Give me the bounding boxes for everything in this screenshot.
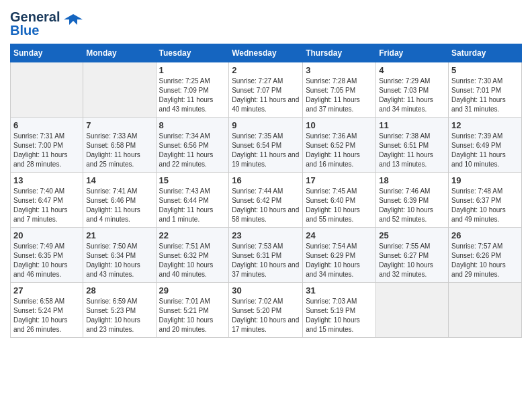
day-info: Sunrise: 7:46 AMSunset: 6:39 PMDaylight:… <box>379 187 445 224</box>
calendar-cell: 16Sunrise: 7:44 AMSunset: 6:42 PMDayligh… <box>229 173 303 228</box>
day-info: Sunrise: 7:38 AMSunset: 6:51 PMDaylight:… <box>379 132 445 169</box>
day-info: Sunrise: 7:44 AMSunset: 6:42 PMDaylight:… <box>232 187 300 224</box>
calendar-cell: 6Sunrise: 7:31 AMSunset: 7:00 PMDaylight… <box>11 118 83 173</box>
day-number: 6 <box>13 120 80 130</box>
header: General Blue <box>10 10 522 37</box>
day-number: 10 <box>306 120 373 130</box>
week-row-5: 27Sunrise: 6:58 AMSunset: 5:24 PMDayligh… <box>11 283 522 338</box>
calendar-cell: 14Sunrise: 7:41 AMSunset: 6:46 PMDayligh… <box>83 173 156 228</box>
calendar-cell: 8Sunrise: 7:34 AMSunset: 6:56 PMDaylight… <box>156 118 229 173</box>
day-header-tuesday: Tuesday <box>156 44 229 62</box>
day-header-monday: Monday <box>83 44 156 62</box>
day-number: 8 <box>159 120 226 130</box>
header-row: SundayMondayTuesdayWednesdayThursdayFrid… <box>11 44 522 62</box>
calendar-cell <box>83 62 156 118</box>
day-header-friday: Friday <box>376 44 449 62</box>
week-row-1: 1Sunrise: 7:25 AMSunset: 7:09 PMDaylight… <box>11 62 522 118</box>
day-number: 5 <box>451 65 519 75</box>
day-number: 18 <box>379 175 445 185</box>
day-info: Sunrise: 7:03 AMSunset: 5:19 PMDaylight:… <box>306 297 373 334</box>
calendar-cell <box>376 283 449 338</box>
calendar-cell: 10Sunrise: 7:36 AMSunset: 6:52 PMDayligh… <box>303 118 376 173</box>
day-info: Sunrise: 7:39 AMSunset: 6:49 PMDaylight:… <box>451 132 519 169</box>
day-number: 28 <box>86 285 152 295</box>
day-header-sunday: Sunday <box>11 44 83 62</box>
day-info: Sunrise: 6:59 AMSunset: 5:23 PMDaylight:… <box>86 297 152 334</box>
day-number: 31 <box>306 285 373 295</box>
day-info: Sunrise: 7:55 AMSunset: 6:27 PMDaylight:… <box>379 242 445 279</box>
calendar-cell: 30Sunrise: 7:02 AMSunset: 5:20 PMDayligh… <box>229 283 303 338</box>
day-info: Sunrise: 7:28 AMSunset: 7:05 PMDaylight:… <box>306 77 373 114</box>
day-info: Sunrise: 7:34 AMSunset: 6:56 PMDaylight:… <box>159 132 226 169</box>
day-number: 20 <box>13 230 80 240</box>
day-number: 4 <box>379 65 445 75</box>
day-info: Sunrise: 6:58 AMSunset: 5:24 PMDaylight:… <box>13 297 80 334</box>
day-number: 29 <box>159 285 226 295</box>
day-number: 2 <box>232 65 300 75</box>
day-number: 30 <box>232 285 300 295</box>
day-info: Sunrise: 7:29 AMSunset: 7:03 PMDaylight:… <box>379 77 445 114</box>
calendar-cell: 20Sunrise: 7:49 AMSunset: 6:35 PMDayligh… <box>11 228 83 283</box>
day-info: Sunrise: 7:49 AMSunset: 6:35 PMDaylight:… <box>13 242 80 279</box>
day-number: 9 <box>232 120 300 130</box>
day-number: 23 <box>232 230 300 240</box>
day-info: Sunrise: 7:33 AMSunset: 6:58 PMDaylight:… <box>86 132 152 169</box>
day-number: 24 <box>306 230 373 240</box>
calendar-cell: 12Sunrise: 7:39 AMSunset: 6:49 PMDayligh… <box>449 118 522 173</box>
calendar-cell: 31Sunrise: 7:03 AMSunset: 5:19 PMDayligh… <box>303 283 376 338</box>
day-number: 21 <box>86 230 152 240</box>
calendar-cell: 24Sunrise: 7:54 AMSunset: 6:29 PMDayligh… <box>303 228 376 283</box>
day-info: Sunrise: 7:27 AMSunset: 7:07 PMDaylight:… <box>232 77 300 114</box>
calendar-cell: 21Sunrise: 7:50 AMSunset: 6:34 PMDayligh… <box>83 228 156 283</box>
day-info: Sunrise: 7:45 AMSunset: 6:40 PMDaylight:… <box>306 187 373 224</box>
day-number: 16 <box>232 175 300 185</box>
calendar-table: SundayMondayTuesdayWednesdayThursdayFrid… <box>10 44 522 338</box>
calendar-cell: 22Sunrise: 7:51 AMSunset: 6:32 PMDayligh… <box>156 228 229 283</box>
calendar-cell: 7Sunrise: 7:33 AMSunset: 6:58 PMDaylight… <box>83 118 156 173</box>
calendar-cell: 23Sunrise: 7:53 AMSunset: 6:31 PMDayligh… <box>229 228 303 283</box>
day-number: 11 <box>379 120 445 130</box>
day-info: Sunrise: 7:31 AMSunset: 7:00 PMDaylight:… <box>13 132 80 169</box>
day-header-wednesday: Wednesday <box>229 44 303 62</box>
day-info: Sunrise: 7:01 AMSunset: 5:21 PMDaylight:… <box>159 297 226 334</box>
calendar-cell <box>449 283 522 338</box>
day-number: 15 <box>159 175 226 185</box>
calendar-cell: 17Sunrise: 7:45 AMSunset: 6:40 PMDayligh… <box>303 173 376 228</box>
day-info: Sunrise: 7:25 AMSunset: 7:09 PMDaylight:… <box>159 77 226 114</box>
svg-marker-0 <box>64 14 83 25</box>
day-header-saturday: Saturday <box>449 44 522 62</box>
day-info: Sunrise: 7:54 AMSunset: 6:29 PMDaylight:… <box>306 242 373 279</box>
logo-bird-icon <box>64 11 83 30</box>
day-info: Sunrise: 7:35 AMSunset: 6:54 PMDaylight:… <box>232 132 300 169</box>
calendar-cell: 5Sunrise: 7:30 AMSunset: 7:01 PMDaylight… <box>449 62 522 118</box>
day-number: 19 <box>451 175 519 185</box>
calendar-cell: 13Sunrise: 7:40 AMSunset: 6:47 PMDayligh… <box>11 173 83 228</box>
calendar-cell: 9Sunrise: 7:35 AMSunset: 6:54 PMDaylight… <box>229 118 303 173</box>
day-info: Sunrise: 7:51 AMSunset: 6:32 PMDaylight:… <box>159 242 226 279</box>
day-number: 22 <box>159 230 226 240</box>
week-row-3: 13Sunrise: 7:40 AMSunset: 6:47 PMDayligh… <box>11 173 522 228</box>
calendar-cell: 27Sunrise: 6:58 AMSunset: 5:24 PMDayligh… <box>11 283 83 338</box>
day-info: Sunrise: 7:53 AMSunset: 6:31 PMDaylight:… <box>232 242 300 279</box>
calendar-cell: 28Sunrise: 6:59 AMSunset: 5:23 PMDayligh… <box>83 283 156 338</box>
day-number: 17 <box>306 175 373 185</box>
week-row-4: 20Sunrise: 7:49 AMSunset: 6:35 PMDayligh… <box>11 228 522 283</box>
week-row-2: 6Sunrise: 7:31 AMSunset: 7:00 PMDaylight… <box>11 118 522 173</box>
day-number: 12 <box>451 120 519 130</box>
day-number: 1 <box>159 65 226 75</box>
calendar-cell <box>11 62 83 118</box>
day-info: Sunrise: 7:41 AMSunset: 6:46 PMDaylight:… <box>86 187 152 224</box>
day-info: Sunrise: 7:40 AMSunset: 6:47 PMDaylight:… <box>13 187 80 224</box>
day-header-thursday: Thursday <box>303 44 376 62</box>
calendar-cell: 15Sunrise: 7:43 AMSunset: 6:44 PMDayligh… <box>156 173 229 228</box>
calendar-cell: 11Sunrise: 7:38 AMSunset: 6:51 PMDayligh… <box>376 118 449 173</box>
logo: General Blue <box>10 10 83 37</box>
calendar-cell: 4Sunrise: 7:29 AMSunset: 7:03 PMDaylight… <box>376 62 449 118</box>
calendar-cell: 19Sunrise: 7:48 AMSunset: 6:37 PMDayligh… <box>449 173 522 228</box>
day-info: Sunrise: 7:43 AMSunset: 6:44 PMDaylight:… <box>159 187 226 224</box>
calendar-cell: 25Sunrise: 7:55 AMSunset: 6:27 PMDayligh… <box>376 228 449 283</box>
day-info: Sunrise: 7:30 AMSunset: 7:01 PMDaylight:… <box>451 77 519 114</box>
day-number: 13 <box>13 175 80 185</box>
calendar-cell: 3Sunrise: 7:28 AMSunset: 7:05 PMDaylight… <box>303 62 376 118</box>
day-number: 7 <box>86 120 152 130</box>
